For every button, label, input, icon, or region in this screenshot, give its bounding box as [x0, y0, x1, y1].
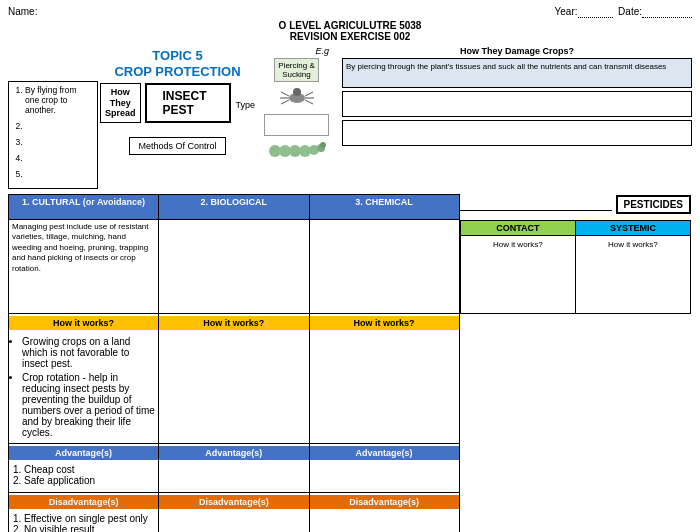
chemical-intro-cell	[309, 220, 459, 314]
topic-title-line2: CROP PROTECTION	[114, 64, 240, 79]
cultural-disadvantage-list: Effective on single pest only No visible…	[12, 513, 155, 532]
cultural-advantage-content: Cheap cost Safe application	[9, 462, 158, 488]
top-right: E.g Piercing &Sucking	[259, 46, 692, 159]
how-damage-empty-2	[342, 120, 692, 146]
chemical-advantage-bar: Advantage(s)	[310, 446, 459, 460]
date-label: Date:	[618, 6, 642, 17]
pesticide-sub-table: CONTACT SYSTEMIC How it works? How it wo…	[460, 220, 691, 314]
chemical-disadvantage-cell: Disadvantage(s)	[309, 493, 459, 533]
cultural-header: 1. CULTURAL (or Avoidance)	[9, 195, 159, 220]
pesticide-header-row: CONTACT SYSTEMIC	[460, 220, 690, 235]
svg-line-7	[305, 100, 313, 104]
eg-section: E.g Piercing &Sucking	[259, 46, 334, 159]
contact-how-cell: How it works?	[460, 235, 575, 313]
biological-how-cell: How it works?	[159, 314, 309, 444]
topic-title-line1: TOPIC 5	[152, 48, 202, 64]
pesticides-empty-cell-3	[459, 493, 691, 533]
spread-list: By flying from one crop to another.	[13, 85, 93, 179]
chemical-advantage-content	[310, 462, 459, 492]
biological-disadvantage-bar: Disadvantage(s)	[159, 495, 308, 509]
diagram-area: By flying from one crop to another. TOPI…	[8, 46, 692, 189]
biological-advantage-cell: Advantage(s)	[159, 444, 309, 493]
page: Name: Year: Date: O LEVEL AGRICULUTRE 50…	[0, 0, 700, 532]
table-intro-row: Managing pest include use of resistant v…	[9, 220, 692, 314]
svg-line-5	[305, 92, 313, 96]
center-section: TOPIC 5 CROP PROTECTION HowTheySpread IN…	[100, 46, 255, 155]
how-they-spread-box: HowTheySpread	[100, 83, 141, 123]
how-damage-column: How They Damage Crops? By piercing throu…	[342, 46, 692, 146]
chemical-how-content	[310, 332, 459, 392]
pesticides-area: PESTICIDES	[459, 195, 691, 220]
svg-line-2	[281, 92, 289, 96]
cultural-advantage-cell: Advantage(s) Cheap cost Safe application	[9, 444, 159, 493]
insect-image-2	[267, 141, 327, 159]
systemic-content	[578, 251, 688, 311]
pesticides-empty-cell-2	[459, 444, 691, 493]
year-date: Year: Date:	[555, 6, 692, 18]
chemical-how-cell: How it works?	[309, 314, 459, 444]
eg-empty-1	[264, 114, 329, 136]
contact-header: CONTACT	[460, 220, 575, 235]
biological-disadvantage-content	[159, 511, 308, 532]
cultural-advantage-list: Cheap cost Safe application	[12, 464, 155, 486]
spread-item-4	[25, 153, 93, 163]
methods-of-control-box: Methods Of Control	[129, 137, 225, 155]
cultural-intro-text: Managing pest include use of resistant v…	[9, 220, 158, 276]
how-damage-text-box: By piercing through the plant's tissues …	[342, 58, 692, 88]
type-label: Type	[235, 100, 255, 110]
spread-list-box: By flying from one crop to another.	[8, 81, 98, 189]
spread-item-3	[25, 137, 93, 147]
spread-item-1: By flying from one crop to another.	[25, 85, 93, 115]
level-title-2: REVISION EXERCISE 002	[8, 31, 692, 42]
chemical-header: 3. CHEMICAL	[309, 195, 459, 220]
how-damage-title: How They Damage Crops?	[342, 46, 692, 56]
systemic-header: SYSTEMIC	[575, 220, 690, 235]
cultural-advantage-2: Safe application	[24, 475, 155, 486]
cultural-disadvantage-cell: Disadvantage(s) Effective on single pest…	[9, 493, 159, 533]
insect-row: HowTheySpread INSECT PEST Type	[100, 83, 255, 127]
biological-advantage-bar: Advantage(s)	[159, 446, 308, 460]
svg-line-4	[281, 100, 289, 104]
systemic-how-cell: How it works?	[575, 235, 690, 313]
chemical-disadvantage-bar: Disadvantage(s)	[310, 495, 459, 509]
biological-how-bar: How it works?	[159, 316, 308, 330]
level-title-1: O LEVEL AGRICULUTRE 5038	[8, 20, 692, 31]
piercing-sucking-box: Piercing &Sucking	[274, 58, 318, 82]
contact-how-text: How it works?	[463, 238, 573, 251]
cultural-disadvantage-bar: Disadvantage(s)	[9, 495, 158, 509]
cultural-disadvantage-2: No visible result	[24, 524, 155, 532]
pesticide-how-row: How it works? How it works?	[460, 235, 690, 313]
cultural-disadvantage-1: Effective on single pest only	[24, 513, 155, 524]
cultural-bullet-list: Growing crops on a land which is not fav…	[12, 336, 155, 438]
disadvantage-row: Disadvantage(s) Effective on single pest…	[9, 493, 692, 533]
contact-content	[463, 251, 573, 311]
table-header-row: 1. CULTURAL (or Avoidance) 2. BIOLOGICAL…	[9, 195, 692, 220]
biological-disadvantage-cell: Disadvantage(s)	[159, 493, 309, 533]
year-label: Year:	[555, 6, 578, 17]
biological-advantage-content	[159, 462, 308, 492]
biological-header: 2. BIOLOGICAL	[159, 195, 309, 220]
chemical-advantage-cell: Advantage(s)	[309, 444, 459, 493]
biological-how-content	[159, 332, 308, 392]
systemic-how-text: How it works?	[578, 238, 688, 251]
cultural-disadvantage-content: Effective on single pest only No visible…	[9, 511, 158, 532]
header-row: Name: Year: Date:	[8, 6, 692, 18]
title-block: O LEVEL AGRICULUTRE 5038 REVISION EXERCI…	[8, 20, 692, 42]
pesticides-sub-table-cell: CONTACT SYSTEMIC How it works? How it wo…	[459, 220, 691, 314]
bottom-table: 1. CULTURAL (or Avoidance) 2. BIOLOGICAL…	[8, 194, 692, 532]
cultural-how-bar: How it works?	[9, 316, 158, 330]
cultural-advantage-1: Cheap cost	[24, 464, 155, 475]
cultural-bullet-1: Growing crops on a land which is not fav…	[22, 336, 155, 369]
cultural-how-cell: How it works? Growing crops on a land wh…	[9, 314, 159, 444]
cultural-intro-cell: Managing pest include use of resistant v…	[9, 220, 159, 314]
right-section: E.g Piercing &Sucking	[259, 46, 692, 159]
eg-content: Piercing &Sucking	[274, 56, 318, 112]
pesticides-header-row: PESTICIDES	[460, 195, 691, 220]
how-damage-empty-1	[342, 91, 692, 117]
eg-label: E.g	[315, 46, 329, 56]
pesticides-connector-line	[460, 210, 612, 211]
svg-point-1	[293, 88, 301, 96]
cultural-advantage-bar: Advantage(s)	[9, 446, 158, 460]
spread-item-2	[25, 121, 93, 131]
name-label: Name:	[8, 6, 37, 17]
